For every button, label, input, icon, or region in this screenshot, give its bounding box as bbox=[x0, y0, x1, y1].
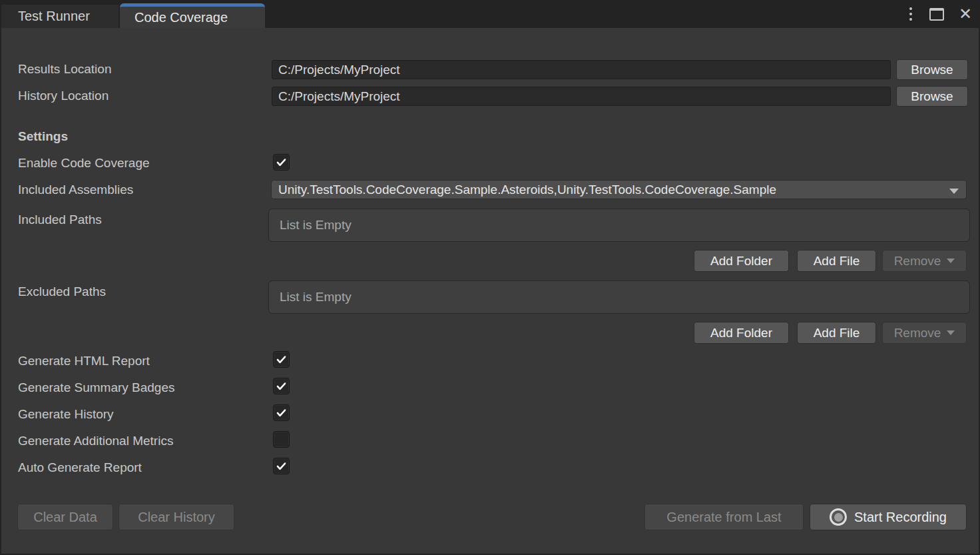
checkmark-icon bbox=[275, 353, 288, 366]
generate-html-report-label: Generate HTML Report bbox=[18, 352, 150, 370]
clear-data-button[interactable]: Clear Data bbox=[17, 504, 113, 530]
history-browse-button[interactable]: Browse bbox=[896, 86, 968, 107]
code-coverage-window: Test Runner Code Coverage ✕ Results Loca… bbox=[0, 0, 980, 555]
included-remove-label: Remove bbox=[894, 254, 941, 269]
chevron-down-icon bbox=[947, 330, 955, 335]
generate-from-last-button[interactable]: Generate from Last bbox=[644, 504, 804, 530]
tab-bar: Test Runner Code Coverage ✕ bbox=[0, 0, 980, 28]
checkmark-icon bbox=[275, 380, 288, 392]
clear-history-button[interactable]: Clear History bbox=[119, 504, 234, 530]
excluded-remove-button[interactable]: Remove bbox=[882, 322, 967, 344]
included-add-file-button[interactable]: Add File bbox=[797, 250, 876, 272]
generate-additional-metrics-checkbox[interactable] bbox=[273, 431, 290, 448]
generate-history-label: Generate History bbox=[18, 405, 114, 424]
chevron-down-icon bbox=[949, 189, 959, 194]
results-location-label: Results Location bbox=[18, 60, 111, 79]
tab-test-runner[interactable]: Test Runner bbox=[1, 5, 119, 28]
enable-code-coverage-checkbox[interactable] bbox=[273, 154, 290, 171]
generate-summary-badges-checkbox[interactable] bbox=[273, 378, 290, 394]
maximize-icon[interactable] bbox=[929, 8, 944, 21]
included-paths-label: Included Paths bbox=[18, 211, 102, 229]
checkmark-icon bbox=[275, 460, 288, 472]
close-icon[interactable]: ✕ bbox=[959, 6, 972, 22]
results-browse-button[interactable]: Browse bbox=[896, 59, 968, 80]
record-icon bbox=[830, 508, 847, 526]
excluded-paths-label: Excluded Paths bbox=[18, 282, 106, 301]
checkmark-icon bbox=[275, 156, 288, 169]
auto-generate-report-checkbox[interactable] bbox=[273, 458, 290, 474]
history-location-label: History Location bbox=[18, 87, 109, 105]
included-assemblies-label: Included Assemblies bbox=[18, 181, 133, 199]
generate-summary-badges-label: Generate Summary Badges bbox=[18, 378, 175, 397]
excluded-add-folder-button[interactable]: Add Folder bbox=[694, 322, 789, 344]
generate-history-checkbox[interactable] bbox=[273, 404, 290, 421]
generate-additional-metrics-label: Generate Additional Metrics bbox=[18, 432, 173, 450]
included-paths-list[interactable]: List is Empty bbox=[268, 209, 970, 242]
checkmark-icon bbox=[275, 406, 288, 419]
included-add-folder-button[interactable]: Add Folder bbox=[694, 250, 789, 272]
history-location-input[interactable]: C:/Projects/MyProject bbox=[272, 87, 891, 106]
start-recording-label: Start Recording bbox=[854, 510, 947, 525]
included-assemblies-dropdown[interactable]: Unity.TestTools.CodeCoverage.Sample.Aste… bbox=[271, 180, 967, 199]
enable-code-coverage-label: Enable Code Coverage bbox=[18, 154, 150, 173]
included-assemblies-value: Unity.TestTools.CodeCoverage.Sample.Aste… bbox=[278, 183, 776, 197]
menu-kebab-icon[interactable] bbox=[907, 5, 915, 23]
settings-header: Settings bbox=[18, 127, 68, 146]
start-recording-button[interactable]: Start Recording bbox=[810, 504, 967, 530]
results-location-input[interactable]: C:/Projects/MyProject bbox=[272, 60, 891, 79]
excluded-paths-list[interactable]: List is Empty bbox=[268, 280, 970, 314]
tab-code-coverage[interactable]: Code Coverage bbox=[120, 3, 265, 28]
excluded-add-file-button[interactable]: Add File bbox=[797, 322, 876, 344]
excluded-remove-label: Remove bbox=[894, 326, 941, 340]
generate-html-report-checkbox[interactable] bbox=[273, 351, 290, 368]
chevron-down-icon bbox=[947, 259, 955, 263]
window-controls: ✕ bbox=[907, 0, 972, 28]
auto-generate-report-label: Auto Generate Report bbox=[18, 458, 142, 477]
included-remove-button[interactable]: Remove bbox=[882, 250, 967, 272]
